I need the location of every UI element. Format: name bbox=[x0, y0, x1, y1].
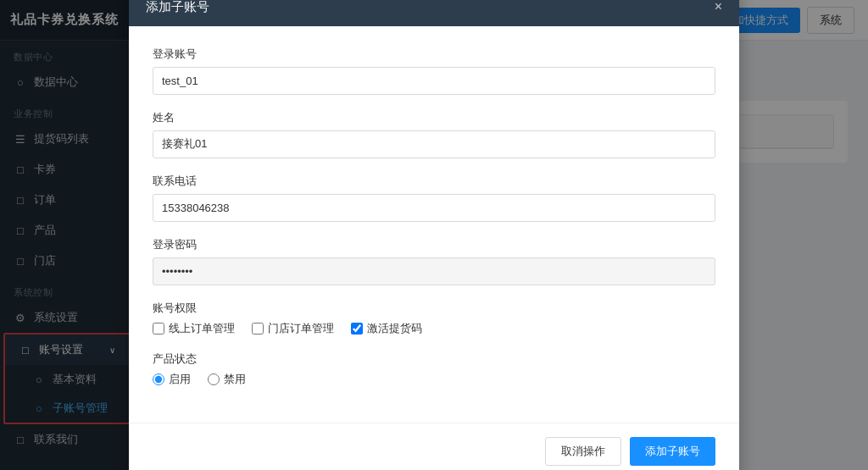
phone-label: 联系电话 bbox=[153, 174, 715, 189]
permissions-label: 账号权限 bbox=[153, 301, 715, 316]
status-label: 产品状态 bbox=[153, 351, 715, 367]
add-sub-account-modal: 添加子账号 × 登录账号 姓名 联系电话 登录密码 bbox=[129, 0, 739, 470]
confirm-button[interactable]: 添加子账号 bbox=[630, 437, 715, 466]
status-enable-label: 启用 bbox=[169, 372, 191, 387]
status-disable-label: 禁用 bbox=[224, 372, 246, 387]
status-disable[interactable]: 禁用 bbox=[208, 372, 246, 387]
perm-online-order-label: 线上订单管理 bbox=[169, 321, 235, 336]
modal-close-button[interactable]: × bbox=[715, 0, 722, 14]
cancel-button[interactable]: 取消操作 bbox=[545, 437, 621, 466]
password-input[interactable] bbox=[153, 257, 715, 285]
modal-header: 添加子账号 × bbox=[129, 0, 739, 26]
status-radio-row: 启用 禁用 bbox=[153, 372, 715, 387]
perm-online-order-checkbox[interactable] bbox=[153, 323, 164, 335]
permissions-row: 线上订单管理 门店订单管理 激活提货码 bbox=[153, 321, 715, 336]
password-label: 登录密码 bbox=[153, 237, 715, 252]
perm-activate-code-label: 激活提货码 bbox=[367, 321, 422, 336]
login-account-label: 登录账号 bbox=[153, 47, 715, 62]
modal-footer: 取消操作 添加子账号 bbox=[129, 423, 739, 471]
status-enable-radio[interactable] bbox=[153, 373, 164, 385]
login-account-input[interactable] bbox=[153, 67, 715, 95]
form-group-phone: 联系电话 bbox=[153, 174, 715, 222]
perm-activate-code[interactable]: 激活提货码 bbox=[351, 321, 422, 336]
perm-activate-code-checkbox[interactable] bbox=[351, 323, 363, 335]
modal-overlay[interactable]: 添加子账号 × 登录账号 姓名 联系电话 登录密码 bbox=[0, 0, 868, 470]
perm-store-order[interactable]: 门店订单管理 bbox=[252, 321, 334, 336]
modal-body: 登录账号 姓名 联系电话 登录密码 账号权限 bbox=[129, 26, 739, 423]
status-disable-radio[interactable] bbox=[208, 373, 220, 385]
phone-input[interactable] bbox=[153, 194, 715, 222]
perm-store-order-checkbox[interactable] bbox=[252, 323, 264, 335]
modal-title: 添加子账号 bbox=[146, 0, 209, 15]
form-group-status: 产品状态 启用 禁用 bbox=[153, 351, 715, 387]
form-group-password: 登录密码 bbox=[153, 237, 715, 285]
status-enable[interactable]: 启用 bbox=[153, 372, 191, 387]
form-group-login-account: 登录账号 bbox=[153, 47, 715, 95]
name-label: 姓名 bbox=[153, 110, 715, 125]
form-group-permissions: 账号权限 线上订单管理 门店订单管理 激活提货码 bbox=[153, 301, 715, 336]
perm-online-order[interactable]: 线上订单管理 bbox=[153, 321, 235, 336]
name-input[interactable] bbox=[153, 130, 715, 158]
perm-store-order-label: 门店订单管理 bbox=[268, 321, 334, 336]
form-group-name: 姓名 bbox=[153, 110, 715, 158]
